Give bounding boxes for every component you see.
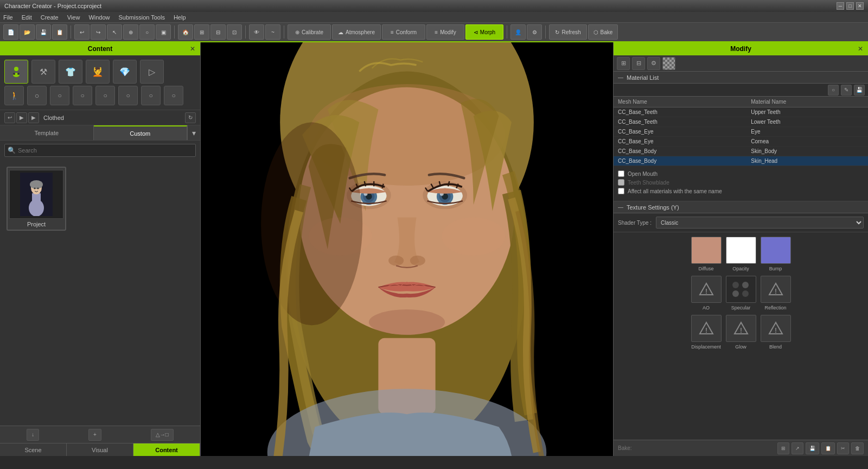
icon-misc1[interactable]: ○ [118,86,138,105]
tab-custom[interactable]: Custom [94,125,188,140]
teeth-show-checkbox[interactable] [618,179,624,186]
affect-all-checkbox[interactable] [618,188,624,194]
redo-btn[interactable]: ↪ [91,24,106,40]
mat-tb-save[interactable]: 💾 [854,85,865,96]
opacity-swatch[interactable] [726,237,756,264]
refresh-btn[interactable]: ↻ Refresh [549,24,587,40]
rb-btn1[interactable]: ⊞ [777,442,789,454]
open-mouth-checkbox[interactable] [618,170,624,177]
menu-window[interactable]: Window [88,14,110,21]
rb-btn2[interactable]: ↗ [792,442,803,454]
content-close-btn[interactable]: ✕ [188,45,197,53]
tab-template[interactable]: Template [0,125,94,140]
view-btn1[interactable]: 👁 [249,24,264,40]
atmosphere-btn[interactable]: ☁ Atmosphere [332,24,381,40]
nav-forward-btn[interactable]: ▶ [16,112,27,123]
icon-hand[interactable]: ○ [95,86,115,105]
modify-btn[interactable]: ≡ Modify [426,24,464,40]
icon-face[interactable]: ○ [50,86,69,105]
menu-submission-tools[interactable]: Submission Tools [119,14,165,21]
menu-file[interactable]: File [3,14,13,21]
icon-character[interactable] [4,60,28,84]
settings-btn[interactable]: ⚙ [527,24,542,40]
icon-cloth[interactable]: 👕 [59,60,82,84]
new-btn[interactable]: 📄 [3,24,18,40]
mat-tb-circle[interactable]: ○ [828,85,839,96]
icon-misc2[interactable]: ○ [141,86,161,105]
char-btn2[interactable]: ⊞ [194,24,209,40]
icon-accessory[interactable]: 💎 [113,60,137,84]
move-btn[interactable]: ⊕ [123,24,138,40]
nav-back-btn[interactable]: ↩ [4,112,15,123]
modify-close-btn[interactable]: ✕ [856,45,865,53]
reflection-swatch[interactable]: ! [761,276,791,303]
diffuse-swatch[interactable] [691,237,722,264]
undo-btn[interactable]: ↩ [74,24,90,40]
menu-help[interactable]: Help [174,14,186,21]
nav-scene-tab[interactable]: Scene [0,443,67,456]
blend-swatch[interactable]: ! [761,315,791,342]
left-bottom-merge-btn[interactable]: △→□ [151,429,174,441]
mat-tb-edit[interactable]: ✎ [841,85,852,96]
nav-content-tab[interactable]: Content [133,443,200,456]
rt-btn3[interactable]: ⚙ [647,57,660,70]
titlebar-controls[interactable]: ─ □ ✕ [837,2,864,10]
texture-collapse[interactable]: — [618,204,623,210]
search-input[interactable] [4,144,196,157]
select-btn[interactable]: ↖ [107,24,122,40]
refresh-content-btn[interactable]: ↻ [185,112,196,123]
menu-create[interactable]: Create [41,14,59,21]
material-row[interactable]: CC_Base_Teeth Upper Teeth [614,107,868,117]
material-row[interactable]: CC_Base_Body Skin_Body [614,147,868,156]
nav-up-btn[interactable]: ▶ [28,112,39,123]
save-btn[interactable]: 💾 [36,24,51,40]
icon-hair[interactable]: 💆 [86,60,110,84]
icon-tools[interactable]: ⚒ [31,60,55,84]
nav-visual-tab[interactable]: Visual [67,443,133,456]
icon-figure[interactable]: 🚶 [4,86,24,105]
material-row[interactable]: CC_Base_Teeth Lower Teeth [614,117,868,127]
calibrate-btn[interactable]: ⊕ Calibrate [288,24,331,40]
material-row[interactable]: CC_Base_Body Skin_Head [614,156,868,166]
rotate-btn[interactable]: ○ [139,24,155,40]
open-btn[interactable]: 📂 [20,24,35,40]
content-item-project[interactable]: Project [7,167,66,231]
icon-eye[interactable]: ○ [73,86,92,105]
material-row[interactable]: CC_Base_Eye Eye [614,127,868,137]
left-bottom-down-btn[interactable]: ↓ [27,429,39,441]
menu-edit[interactable]: Edit [22,14,32,21]
displacement-swatch[interactable]: ! [691,315,722,342]
rb-btn6[interactable]: 🗑 [851,442,864,454]
bake-btn[interactable]: ⬡ Bake [588,24,618,40]
tab-settings-btn[interactable]: ▾ [187,125,200,140]
morph-btn[interactable]: ⊲ Morph [465,24,503,40]
export-btn[interactable]: 📋 [52,24,67,40]
view-btn2[interactable]: ~ [265,24,280,40]
rb-btn4[interactable]: 📋 [821,442,835,454]
icon-animation[interactable]: ▷ [140,60,164,84]
ao-swatch[interactable]: ! [691,276,722,303]
checkerboard-btn[interactable] [662,57,675,70]
icon-body[interactable]: ○ [27,86,47,105]
shader-type-select[interactable]: Classic PBR SSS [656,217,864,229]
conform-btn[interactable]: ≡ Conform [382,24,425,40]
specular-swatch[interactable] [726,276,756,303]
bump-swatch[interactable] [761,237,791,264]
scale-btn[interactable]: ▣ [156,24,171,40]
material-row[interactable]: CC_Base_Eye Cornea [614,137,868,147]
left-bottom-add-btn[interactable]: + [88,429,101,441]
char-btn1[interactable]: 🏠 [178,24,193,40]
glow-swatch[interactable]: ! [726,315,756,342]
rt-btn1[interactable]: ⊞ [617,57,630,70]
rb-btn3[interactable]: 💾 [806,442,819,454]
char-btn4[interactable]: ⊡ [227,24,242,40]
menu-view[interactable]: View [67,14,80,21]
rt-btn2[interactable]: ⊟ [632,57,645,70]
person-icon-btn[interactable]: 👤 [510,24,526,40]
material-list-collapse[interactable]: — [618,74,623,80]
close-btn[interactable]: ✕ [856,2,864,10]
maximize-btn[interactable]: □ [846,2,854,10]
icon-misc3[interactable]: ○ [164,86,183,105]
rb-btn5[interactable]: ✂ [837,442,849,454]
minimize-btn[interactable]: ─ [837,2,844,10]
